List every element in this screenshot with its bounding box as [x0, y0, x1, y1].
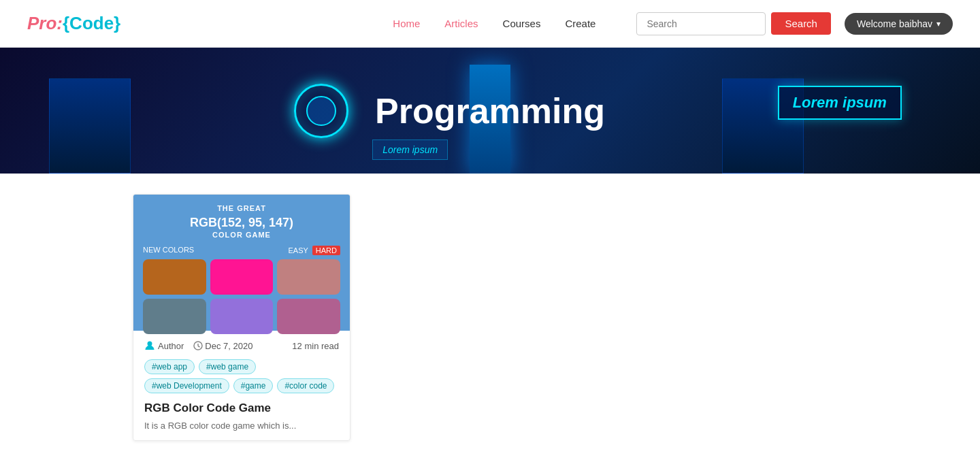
card-tags: #web app #web game #web Development #gam…: [133, 357, 350, 400]
hero-title: Programming: [375, 91, 605, 131]
tag-0[interactable]: #web app: [144, 359, 195, 374]
tag-3[interactable]: #game: [233, 378, 274, 393]
card-meta: Author Dec 7, 2020 12 min read: [133, 331, 350, 357]
card-new-colors: NEW COLORS: [143, 246, 194, 255]
article-excerpt: It is a RGB color code game which is...: [133, 421, 350, 440]
meta-author: Author: [144, 340, 184, 351]
card-hard: HARD: [312, 246, 340, 255]
user-icon: [144, 340, 155, 351]
hero-glow-circle: [294, 84, 348, 138]
card-game-bar: NEW COLORS EASY HARD: [143, 246, 340, 255]
author-name: Author: [158, 341, 184, 351]
read-time: 12 min read: [292, 341, 339, 351]
color-swatch-0: [143, 259, 206, 295]
nav-home[interactable]: Home: [393, 18, 420, 29]
article-date: Dec 7, 2020: [205, 341, 252, 351]
card-game-rgb: RGB(152, 95, 147): [190, 215, 293, 231]
search-area: Search: [636, 12, 831, 35]
color-swatch-2: [277, 259, 340, 295]
clock-icon: [193, 341, 203, 350]
color-swatch-3: [143, 299, 206, 334]
brand-code: {Code}: [63, 13, 120, 33]
nav-articles[interactable]: Articles: [444, 18, 478, 29]
hero-box-right: Lorem ipsum: [778, 86, 902, 120]
brand-pro: Pro:: [27, 13, 63, 33]
color-grid: [143, 259, 340, 334]
nav-courses[interactable]: Courses: [503, 18, 541, 29]
card-game-label-the-great: THE GREAT: [217, 204, 266, 212]
svg-point-0: [148, 342, 152, 346]
hero-pillar-left: [49, 78, 131, 174]
tag-4[interactable]: #color code: [277, 378, 334, 393]
card-easy: EASY: [288, 246, 308, 254]
main-content: THE GREAT RGB(152, 95, 147) COLOR GAME N…: [0, 174, 980, 460]
color-swatch-5: [277, 299, 340, 334]
color-swatch-1: [210, 259, 274, 295]
nav-links: Home Articles Courses Create: [393, 18, 595, 29]
brand-logo[interactable]: Pro:{Code}: [27, 13, 120, 34]
article-title: RGB Color Code Game: [133, 400, 350, 421]
navbar: Pro:{Code} Home Articles Courses Create …: [0, 0, 980, 48]
hero-banner: Lorem ipsum Lorem ipsum Programming: [0, 48, 980, 174]
search-button[interactable]: Search: [771, 12, 831, 35]
hero-box-left: Lorem ipsum: [372, 139, 448, 160]
search-input[interactable]: [636, 12, 766, 35]
welcome-button[interactable]: Welcome baibhav: [845, 13, 953, 35]
article-card[interactable]: THE GREAT RGB(152, 95, 147) COLOR GAME N…: [133, 194, 350, 441]
meta-date: Dec 7, 2020: [193, 341, 252, 351]
nav-create[interactable]: Create: [565, 18, 595, 29]
card-thumbnail: THE GREAT RGB(152, 95, 147) COLOR GAME N…: [133, 195, 350, 331]
card-game-subtitle: COLOR GAME: [212, 231, 271, 239]
tag-1[interactable]: #web game: [199, 359, 256, 374]
color-swatch-4: [210, 299, 274, 334]
svg-line-3: [198, 346, 200, 348]
tag-2[interactable]: #web Development: [144, 378, 229, 393]
